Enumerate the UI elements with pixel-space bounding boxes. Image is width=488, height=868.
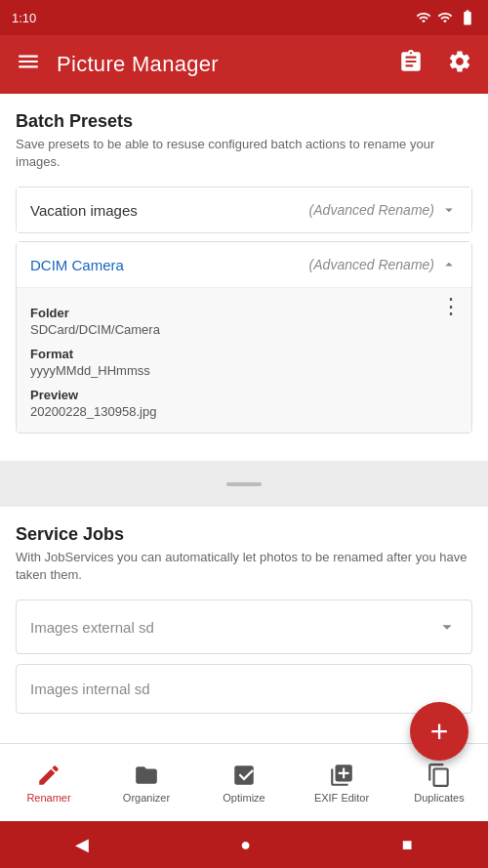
- preset-dcim-header[interactable]: DCIM Camera (Advanced Rename): [17, 242, 471, 287]
- exif-editor-label: EXIF Editor: [314, 792, 369, 804]
- preset-dcim: DCIM Camera (Advanced Rename) ⋮ Folder S…: [16, 241, 472, 434]
- signal-icon: [437, 10, 453, 25]
- folder-label: Folder: [30, 306, 458, 320]
- main-content: Batch Presets Save presets to be able to…: [0, 94, 488, 743]
- preset-dcim-type: (Advanced Rename): [309, 256, 458, 273]
- optimize-label: Optimize: [223, 792, 264, 804]
- menu-button[interactable]: [16, 49, 41, 80]
- chevron-down-icon: [440, 201, 458, 219]
- recents-button[interactable]: ■: [402, 835, 413, 855]
- fab-label: +: [430, 714, 449, 750]
- batch-presets-section: Batch Presets Save presets to be able to…: [0, 94, 488, 461]
- preset-vacation-type: (Advanced Rename): [309, 201, 458, 219]
- settings-button[interactable]: [447, 49, 472, 80]
- internal-sd-label: Images internal sd: [30, 681, 150, 697]
- back-button[interactable]: ◀: [75, 834, 89, 855]
- status-time: 1:10: [12, 11, 36, 25]
- service-jobs-section: Service Jobs With JobServices you can au…: [0, 507, 488, 743]
- preview-label: Preview: [30, 388, 458, 402]
- service-jobs-title: Service Jobs: [16, 524, 472, 545]
- internal-sd-dropdown[interactable]: Images internal sd: [16, 664, 472, 714]
- clipboard-button[interactable]: [398, 49, 424, 80]
- status-bar: 1:10: [0, 0, 488, 35]
- app-title: Picture Manager: [57, 52, 383, 77]
- batch-presets-title: Batch Presets: [16, 111, 472, 132]
- external-sd-label: Images external sd: [30, 619, 154, 636]
- duplicates-label: Duplicates: [414, 792, 464, 804]
- exif-editor-icon: [329, 763, 354, 788]
- duplicates-icon: [427, 763, 452, 788]
- folder-value: SDCard/DCIM/Camera: [30, 322, 458, 337]
- service-jobs-desc: With JobServices you can automatically l…: [16, 549, 472, 584]
- nav-renamer[interactable]: Renamer: [10, 763, 88, 804]
- preset-vacation: Vacation images (Advanced Rename): [16, 186, 472, 233]
- chevron-up-icon: [440, 256, 458, 273]
- wifi-icon: [416, 10, 431, 25]
- android-nav: ◀ ● ■: [0, 821, 488, 868]
- format-value: yyyyMMdd_HHmmss: [30, 363, 458, 378]
- external-sd-dropdown[interactable]: Images external sd: [16, 599, 472, 654]
- nav-duplicates[interactable]: Duplicates: [400, 763, 478, 804]
- preset-dcim-name: DCIM Camera: [30, 257, 124, 273]
- batch-presets-desc: Save presets to be able to resuse config…: [16, 136, 472, 171]
- optimize-icon: [231, 763, 257, 788]
- nav-exif-editor[interactable]: EXIF Editor: [303, 763, 381, 804]
- external-dropdown-arrow-icon: [436, 616, 458, 638]
- preset-dcim-body: ⋮ Folder SDCard/DCIM/Camera Format yyyyM…: [17, 287, 471, 433]
- renamer-icon: [36, 763, 61, 788]
- preset-more-button[interactable]: ⋮: [440, 296, 462, 317]
- home-button[interactable]: ●: [240, 835, 251, 855]
- format-label: Format: [30, 347, 458, 361]
- preset-vacation-header[interactable]: Vacation images (Advanced Rename): [17, 187, 471, 232]
- renamer-label: Renamer: [26, 792, 70, 804]
- preset-vacation-name: Vacation images: [30, 202, 138, 219]
- preview-value: 20200228_130958.jpg: [30, 404, 458, 419]
- add-fab-button[interactable]: +: [410, 702, 468, 761]
- bottom-nav: Renamer Organizer Optimize EXIF Editor D…: [0, 743, 488, 821]
- nav-optimize[interactable]: Optimize: [205, 763, 283, 804]
- app-bar: Picture Manager: [0, 35, 488, 94]
- nav-organizer[interactable]: Organizer: [107, 763, 185, 804]
- drag-handle: [226, 482, 262, 486]
- organizer-label: Organizer: [123, 792, 170, 804]
- drag-handle-section[interactable]: [0, 461, 488, 506]
- battery-icon: [459, 9, 476, 26]
- organizer-icon: [134, 763, 159, 788]
